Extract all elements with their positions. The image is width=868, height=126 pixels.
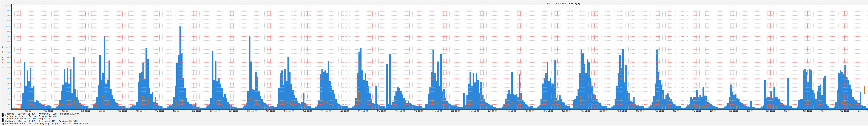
svg-text:Fri 12:00: Fri 12:00 bbox=[692, 110, 701, 112]
svg-text:Fri 00:00: Fri 00:00 bbox=[673, 110, 682, 112]
svg-text:170 M: 170 M bbox=[5, 20, 10, 22]
svg-text:Tue 00:00: Tue 00:00 bbox=[43, 110, 53, 112]
svg-text:Mon 12:00: Mon 12:00 bbox=[25, 110, 35, 112]
svg-text:Mon 12:00: Mon 12:00 bbox=[284, 110, 294, 112]
svg-text:140 M: 140 M bbox=[5, 36, 10, 37]
svg-text:Wed 00:00: Wed 00:00 bbox=[81, 110, 90, 112]
svg-text:Tue 12:00: Tue 12:00 bbox=[581, 110, 590, 112]
svg-text:50 M: 50 M bbox=[7, 83, 10, 84]
svg-text:Sun 12:00: Sun 12:00 bbox=[766, 110, 775, 112]
svg-text:Wed 00:00: Wed 00:00 bbox=[599, 110, 609, 112]
svg-text:Inbound subjected to link cong: Inbound subjected to link congestion bbox=[5, 118, 50, 120]
svg-text:Recommended consistent average: Recommended consistent average(75%) for … bbox=[5, 123, 88, 125]
svg-text:130 M: 130 M bbox=[5, 41, 10, 43]
svg-text:100 M: 100 M bbox=[5, 56, 10, 58]
svg-text:Sun 00:00: Sun 00:00 bbox=[488, 110, 497, 112]
svg-text:120 M: 120 M bbox=[5, 46, 10, 48]
svg-text:Wed 12:00: Wed 12:00 bbox=[618, 110, 627, 112]
svg-text:Wed 00:00: Wed 00:00 bbox=[340, 110, 349, 112]
svg-text:Thu 12:00: Thu 12:00 bbox=[136, 110, 146, 112]
svg-text:110 M: 110 M bbox=[5, 51, 10, 53]
svg-text:Mon 12:00: Mon 12:00 bbox=[803, 110, 812, 112]
svg-text:200 M: 200 M bbox=[5, 4, 10, 6]
svg-text:Thu 00:00: Thu 00:00 bbox=[636, 110, 646, 112]
svg-text:Tue 12:00: Tue 12:00 bbox=[321, 110, 331, 112]
svg-text:190 M: 190 M bbox=[5, 9, 10, 11]
svg-text:10 M: 10 M bbox=[7, 104, 10, 105]
svg-text:Fri 12:00: Fri 12:00 bbox=[173, 110, 183, 112]
svg-text:Sat 00:00: Sat 00:00 bbox=[451, 110, 460, 112]
svg-text:40 M: 40 M bbox=[7, 88, 10, 90]
svg-text:20 M: 20 M bbox=[7, 98, 10, 100]
svg-text:Wed 00:00: Wed 00:00 bbox=[858, 110, 868, 112]
svg-text:Mon 00:00: Mon 00:00 bbox=[525, 110, 534, 112]
svg-text:Sun 00:00: Sun 00:00 bbox=[747, 110, 756, 112]
svg-text:Mon 00:00: Mon 00:00 bbox=[784, 110, 794, 112]
svg-text:Tue 00:00: Tue 00:00 bbox=[821, 110, 831, 112]
svg-text:Outbound [Current-2.85M, Ave: Outbound [Current-2.85M, Average-4.04M, … bbox=[5, 120, 78, 123]
svg-text:90 M: 90 M bbox=[7, 62, 10, 64]
svg-text:70 M: 70 M bbox=[7, 72, 10, 74]
svg-text:Tue 00:00: Tue 00:00 bbox=[303, 110, 312, 112]
svg-text:160 M: 160 M bbox=[5, 25, 10, 27]
svg-text:Inbound with possible poor lin: Inbound with possible poor link performa… bbox=[5, 115, 59, 118]
svg-text:Sun 12:00: Sun 12:00 bbox=[506, 110, 516, 112]
svg-text:Thu 12:00: Thu 12:00 bbox=[655, 110, 664, 112]
svg-text:Sun 00:00: Sun 00:00 bbox=[229, 110, 238, 112]
svg-text:Sat 12:00: Sat 12:00 bbox=[210, 110, 220, 112]
svg-text:Sat 12:00: Sat 12:00 bbox=[469, 110, 479, 112]
svg-text:Sat 12:00: Sat 12:00 bbox=[728, 110, 738, 112]
svg-text:Tue 12:00: Tue 12:00 bbox=[840, 110, 849, 112]
svg-text:Sun 12:00: Sun 12:00 bbox=[247, 110, 256, 112]
svg-text:Fri 00:00: Fri 00:00 bbox=[414, 110, 423, 112]
svg-text:Thu 00:00: Thu 00:00 bbox=[377, 110, 386, 112]
svg-text:60 M: 60 M bbox=[7, 77, 10, 79]
svg-text:80 M: 80 M bbox=[7, 67, 10, 69]
svg-text:Mon 12:00: Mon 12:00 bbox=[544, 110, 553, 112]
svg-text:Tue 12:00: Tue 12:00 bbox=[62, 110, 71, 112]
svg-text:0: 0 bbox=[9, 109, 10, 111]
svg-text:Fri 00:00: Fri 00:00 bbox=[155, 110, 164, 112]
svg-text:bits per second: bits per second bbox=[2, 43, 4, 68]
svg-text:Fri 12:00: Fri 12:00 bbox=[432, 110, 442, 112]
svg-text:Wed 12:00: Wed 12:00 bbox=[99, 110, 108, 112]
svg-text:Inbound [Current-25.20M, Ave: Inbound [Current-25.20M, Average-27.22M,… bbox=[5, 113, 81, 115]
svg-text:Mon 00:00: Mon 00:00 bbox=[266, 110, 275, 112]
svg-text:30 M: 30 M bbox=[7, 93, 10, 95]
svg-text:Sat 00:00: Sat 00:00 bbox=[192, 110, 201, 112]
svg-text:Thu 12:00: Thu 12:00 bbox=[396, 110, 405, 112]
svg-text:Tue 00:00: Tue 00:00 bbox=[562, 110, 571, 112]
svg-text:Sat 00:00: Sat 00:00 bbox=[710, 110, 720, 112]
svg-text:Monthly (1 Hour Average): Monthly (1 Hour Average) bbox=[547, 2, 580, 5]
svg-text:150 M: 150 M bbox=[5, 30, 10, 32]
svg-text:Wed 12:00: Wed 12:00 bbox=[358, 110, 368, 112]
svg-text:Thu 00:00: Thu 00:00 bbox=[118, 110, 127, 112]
svg-text:180 M: 180 M bbox=[5, 15, 10, 17]
